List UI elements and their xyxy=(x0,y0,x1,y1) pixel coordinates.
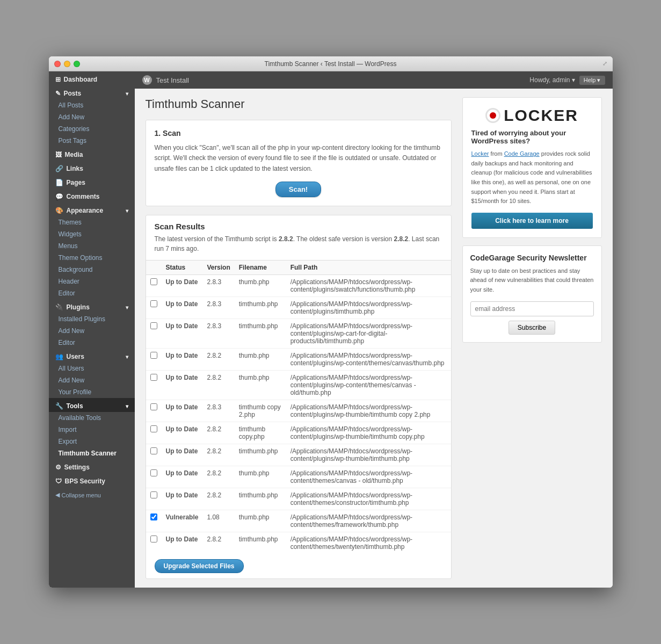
cell-status: Up to Date xyxy=(162,348,203,370)
sidebar-item-tools[interactable]: 🔧 Tools ▾ xyxy=(49,398,135,412)
close-button[interactable] xyxy=(54,61,61,67)
cell-fullpath: /Applications/MAMP/htdocs/wordpress/wp-c… xyxy=(286,422,451,444)
chevron-down-icon-appearance: ▾ xyxy=(126,208,128,214)
sidebar-item-users[interactable]: 👥 Users ▾ xyxy=(49,349,135,363)
row-checkbox[interactable] xyxy=(150,536,157,542)
scan-button[interactable]: Scan! xyxy=(275,182,321,197)
cell-fullpath: /Applications/MAMP/htdocs/wordpress/wp-c… xyxy=(286,296,451,319)
cell-filename: thumb.php xyxy=(235,370,286,400)
comments-icon: 💬 xyxy=(55,193,63,200)
cell-fullpath: /Applications/MAMP/htdocs/wordpress/wp-c… xyxy=(286,370,451,400)
cell-fullpath: /Applications/MAMP/htdocs/wordpress/wp-c… xyxy=(286,488,451,510)
minimize-button[interactable] xyxy=(64,61,70,67)
locker-link[interactable]: Locker xyxy=(471,150,489,157)
row-checkbox[interactable] xyxy=(150,352,157,359)
sidebar-sub-add-new-user[interactable]: Add New xyxy=(49,374,135,386)
site-name[interactable]: Test Install xyxy=(156,76,189,84)
row-checkbox[interactable] xyxy=(150,374,157,381)
cell-filename: thumb.php xyxy=(235,510,286,532)
sidebar-sub-your-profile[interactable]: Your Profile xyxy=(49,386,135,398)
sidebar-item-posts[interactable]: ✎ Posts ▾ xyxy=(49,85,135,99)
results-header: Scan Results The latest version of the T… xyxy=(146,215,451,260)
chevron-down-icon: ▾ xyxy=(126,91,128,97)
cell-filename: timthumb copy 2.php xyxy=(235,400,286,422)
sidebar-sub-installed-plugins[interactable]: Installed Plugins xyxy=(49,313,135,325)
sidebar-sub-available-tools[interactable]: Available Tools xyxy=(49,412,135,424)
sidebar-sub-menus[interactable]: Menus xyxy=(49,240,135,252)
sidebar-label-bps: BPS Security xyxy=(65,477,105,485)
cell-fullpath: /Applications/MAMP/htdocs/wordpress/wp-c… xyxy=(286,348,451,370)
titlebar: Timthumb Scanner ‹ Test Install — WordPr… xyxy=(49,56,613,71)
cell-version: 2.8.2 xyxy=(202,370,234,400)
cell-filename: timthumb.php xyxy=(235,444,286,466)
cell-status: Up to Date xyxy=(162,422,203,444)
sidebar-sub-widgets[interactable]: Widgets xyxy=(49,228,135,240)
row-checkbox[interactable] xyxy=(150,403,157,410)
sidebar-sub-export[interactable]: Export xyxy=(49,436,135,447)
sidebar-sub-themes[interactable]: Themes xyxy=(49,216,135,228)
row-checkbox[interactable] xyxy=(150,469,157,476)
newsletter-submit-button[interactable]: Subscribe xyxy=(509,321,555,335)
sidebar-label-users: Users xyxy=(67,353,84,360)
sidebar-sub-theme-options[interactable]: Theme Options xyxy=(49,252,135,264)
resize-icon[interactable]: ⤢ xyxy=(602,60,607,67)
plugins-icon: 🔌 xyxy=(55,303,63,311)
sidebar-item-pages[interactable]: 📄 Pages xyxy=(49,175,135,189)
sidebar-sub-background[interactable]: Background xyxy=(49,264,135,276)
media-icon: 🖼 xyxy=(55,151,62,158)
sidebar-item-dashboard[interactable]: ⊞ Dashboard xyxy=(49,71,135,85)
cell-status: Up to Date xyxy=(162,274,203,296)
row-checkbox[interactable] xyxy=(150,491,157,498)
collapse-label: Collapse menu xyxy=(62,492,101,498)
col-filename: Filename xyxy=(235,260,286,274)
cell-status: Up to Date xyxy=(162,296,203,319)
sidebar-sub-categories[interactable]: Categories xyxy=(49,123,135,135)
sidebar-sub-editor-appearance[interactable]: Editor xyxy=(49,287,135,299)
sidebar-item-plugins[interactable]: 🔌 Plugins ▾ xyxy=(49,299,135,313)
appearance-icon: 🎨 xyxy=(55,207,63,214)
sidebar-label-posts: Posts xyxy=(64,90,82,97)
newsletter-email-input[interactable] xyxy=(470,301,594,316)
sidebar-sub-all-users[interactable]: All Users xyxy=(49,363,135,374)
row-checkbox[interactable] xyxy=(150,425,157,432)
sidebar: ⊞ Dashboard ✎ Posts ▾ All Posts Add New … xyxy=(49,71,135,588)
locker-tagline: Tired of worrying about your WordPress s… xyxy=(471,129,593,145)
row-checkbox[interactable] xyxy=(150,513,157,520)
sidebar-sub-header[interactable]: Header xyxy=(49,276,135,287)
howdy-text[interactable]: Howdy, admin ▾ xyxy=(529,76,575,84)
sidebar-sub-post-tags[interactable]: Post Tags xyxy=(49,135,135,147)
sidebar-sub-add-new-plugin[interactable]: Add New xyxy=(49,325,135,337)
sidebar-sub-editor-plugin[interactable]: Editor xyxy=(49,337,135,349)
sidebar-sub-timthumb-scanner[interactable]: Timthumb Scanner xyxy=(49,447,135,459)
sidebar-sub-all-posts[interactable]: All Posts xyxy=(49,99,135,111)
row-checkbox[interactable] xyxy=(150,447,157,454)
cell-version: 2.8.3 xyxy=(202,400,234,422)
row-checkbox[interactable] xyxy=(150,278,157,285)
help-button[interactable]: Help ▾ xyxy=(579,76,605,85)
row-checkbox[interactable] xyxy=(150,300,157,307)
cell-version: 2.8.2 xyxy=(202,466,234,488)
dashboard-icon: ⊞ xyxy=(55,76,61,83)
sidebar-item-links[interactable]: 🔗 Links xyxy=(49,161,135,175)
sidebar-item-media[interactable]: 🖼 Media xyxy=(49,147,135,161)
cell-status: Vulnerable xyxy=(162,510,203,532)
codegarage-link[interactable]: Code Garage xyxy=(504,150,540,157)
sidebar-sub-add-new-post[interactable]: Add New xyxy=(49,111,135,123)
cell-version: 2.8.2 xyxy=(202,532,234,554)
maximize-button[interactable] xyxy=(74,61,80,67)
upgrade-button[interactable]: Upgrade Selected Files xyxy=(155,559,244,573)
pages-icon: 📄 xyxy=(55,179,63,186)
col-version: Version xyxy=(202,260,234,274)
cell-filename: thumb.php xyxy=(235,348,286,370)
row-checkbox[interactable] xyxy=(150,322,157,329)
sidebar-sub-import[interactable]: Import xyxy=(49,424,135,436)
sidebar-item-settings[interactable]: ⚙ Settings xyxy=(49,459,135,473)
sidebar-item-appearance[interactable]: 🎨 Appearance ▾ xyxy=(49,202,135,216)
cell-version: 2.8.2 xyxy=(202,444,234,466)
sidebar-item-bps[interactable]: 🛡 BPS Security xyxy=(49,473,135,487)
cell-filename: timthumb.php xyxy=(235,488,286,510)
wp-logo-area: W Test Install xyxy=(142,75,189,85)
collapse-menu-button[interactable]: ◀ Collapse menu xyxy=(49,487,135,503)
sidebar-item-comments[interactable]: 💬 Comments xyxy=(49,189,135,202)
locker-cta-button[interactable]: Click here to learn more xyxy=(471,213,593,229)
